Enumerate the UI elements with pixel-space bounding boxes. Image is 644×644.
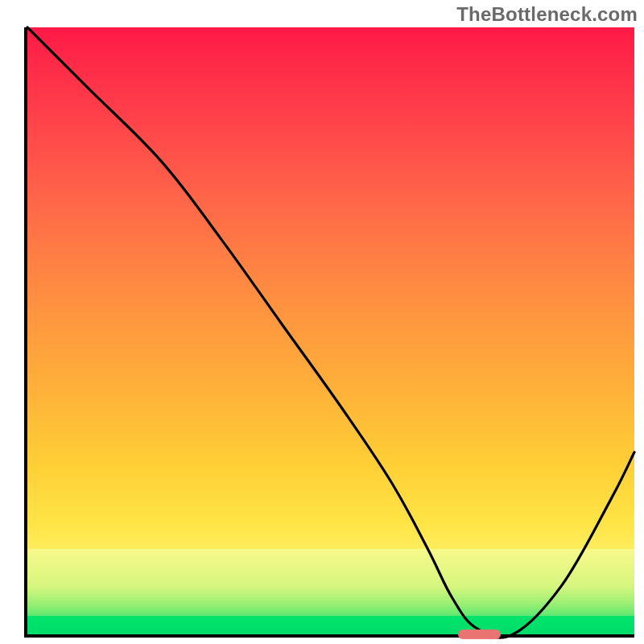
optimal-marker [458, 630, 501, 639]
x-axis [24, 634, 634, 638]
curve-layer [27, 27, 634, 634]
chart-container: TheBottleneck.com [0, 0, 644, 644]
bottleneck-curve-path [27, 27, 634, 638]
attribution-text: TheBottleneck.com [456, 3, 638, 26]
